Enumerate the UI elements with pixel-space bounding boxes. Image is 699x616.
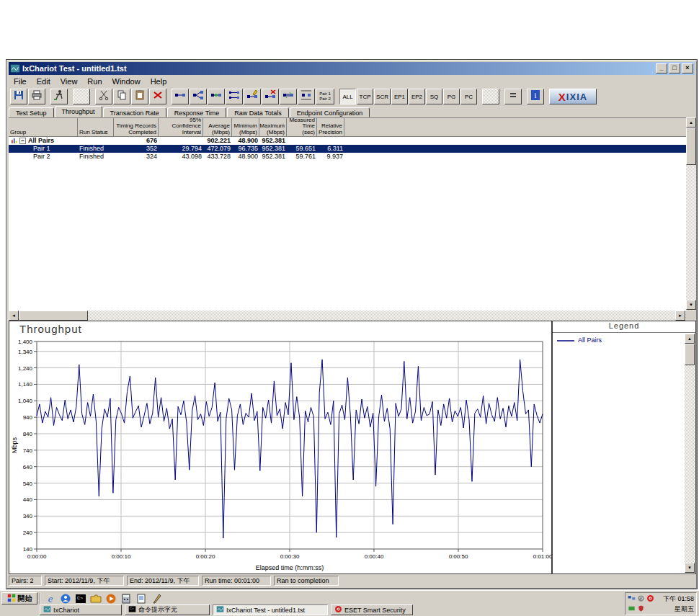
column-header-group[interactable]: Group	[9, 118, 78, 136]
quick-launch-messenger-icon[interactable]	[60, 593, 71, 604]
tray-lan-icon[interactable]	[628, 604, 636, 614]
delete-pair-button[interactable]	[262, 89, 279, 104]
table-horizontal-scrollbar[interactable]: ◄►	[9, 311, 686, 321]
add-hardware-pair-button[interactable]	[208, 89, 225, 104]
collapse-expander[interactable]: −	[19, 138, 26, 144]
red-x-icon	[152, 89, 164, 104]
table-row-pair-2[interactable]: Pair 2Finished32443.098433.72848.900952.…	[9, 153, 686, 161]
copy-button[interactable]	[113, 89, 130, 104]
pair-properties-button[interactable]	[298, 89, 315, 104]
scroll-right-button[interactable]: ►	[675, 311, 685, 321]
pair-list-button[interactable]: Pair 1Pair 2	[316, 89, 334, 104]
tab-test-setup[interactable]: Test Setup	[9, 107, 54, 117]
quick-launch-calculator-icon[interactable]	[120, 593, 132, 604]
legend-scroll-thumb[interactable]	[685, 344, 695, 365]
menu-run[interactable]: Run	[82, 76, 107, 86]
cell-minimum: 96.735	[232, 145, 259, 153]
column-header-average[interactable]: Average (Mbps)	[203, 118, 232, 136]
column-header-minimum[interactable]: Minimum (Mbps)	[232, 118, 259, 136]
restore-button[interactable]: □	[669, 63, 680, 73]
tray-eset-icon[interactable]	[646, 594, 654, 604]
task-button-1[interactable]: C:>命令提示字元	[125, 604, 210, 615]
close-button[interactable]: ×	[682, 63, 693, 73]
cell-minimum: 48.900	[232, 137, 259, 145]
cut-button[interactable]	[95, 89, 112, 104]
task-button-2[interactable]: IxChariot Test - untitled1.tst	[213, 604, 328, 615]
quick-launch-notes-icon[interactable]	[135, 593, 147, 604]
quick-launch-cmd-icon[interactable]: C:>	[75, 593, 86, 604]
tab-endpoint-configuration[interactable]: Endpoint Configuration	[290, 107, 370, 117]
add-pair-button[interactable]	[172, 89, 189, 104]
tray-network-icon[interactable]	[628, 594, 636, 604]
swap-endpoints-button[interactable]	[280, 89, 297, 104]
legend-item: All Pairs	[557, 336, 682, 344]
filter-scr-button[interactable]: SCR	[374, 89, 391, 104]
task-button-3[interactable]: ESET Smart Security	[331, 604, 413, 615]
add-multicast-group-button[interactable]	[190, 89, 207, 104]
tab-transaction-rate[interactable]: Transaction Rate	[103, 107, 166, 117]
arrange-windows-button[interactable]	[504, 89, 522, 104]
tab-response-time[interactable]: Response Time	[167, 107, 227, 117]
tab-bar: Test SetupThroughputTransaction RateResp…	[9, 106, 695, 117]
column-header-relative[interactable]: Relative Precision	[317, 118, 344, 136]
menu-window[interactable]: Window	[107, 76, 146, 86]
column-header-measured[interactable]: Measured Time (sec)	[287, 118, 317, 136]
svg-text:1,340: 1,340	[18, 349, 33, 355]
legend-scroll-down-button[interactable]: ▼	[685, 563, 695, 573]
scroll-up-button[interactable]: ▲	[686, 117, 696, 128]
edit-pair-button[interactable]	[244, 89, 261, 104]
table-row-pair-1[interactable]: Pair 1Finished35229.794472.07996.735952.…	[9, 145, 686, 153]
legend-scroll-up-button[interactable]: ▲	[685, 334, 695, 344]
pair-group-icon	[192, 89, 204, 104]
menu-file[interactable]: File	[9, 76, 32, 86]
menu-help[interactable]: Help	[146, 76, 172, 86]
legend-panel: Legend All Pairs ▲▼	[552, 321, 696, 574]
vertical-scroll-thumb[interactable]	[686, 128, 696, 165]
menu-view[interactable]: View	[55, 76, 83, 86]
results-table: GroupRun StatusTiming Records Completed9…	[9, 117, 686, 311]
print-button[interactable]	[28, 89, 45, 104]
quick-launch-ie-icon[interactable]: e	[45, 593, 56, 604]
replicate-pair-button[interactable]	[226, 89, 243, 104]
legend-title: Legend	[553, 321, 695, 333]
table-vertical-scrollbar[interactable]: ▲▼	[686, 117, 696, 311]
horizontal-scroll-thumb[interactable]	[19, 311, 88, 321]
quick-launch-pen-icon[interactable]	[151, 593, 162, 604]
delete-button[interactable]	[149, 89, 166, 104]
filter-tcp-button[interactable]: TCP	[357, 89, 373, 104]
filter-pc-button[interactable]: PC	[460, 89, 477, 104]
cell-run_status: Finished	[78, 145, 114, 153]
column-header-timing-records[interactable]: Timing Records Completed	[114, 118, 159, 136]
filter-ep1-button[interactable]: EP1	[391, 89, 408, 104]
filter-ep2-button[interactable]: EP2	[409, 89, 425, 104]
cell-precision: 9.937	[317, 153, 344, 161]
title-bar[interactable]: IxChariot Test - untitled1.tst _ □ ×	[9, 62, 695, 75]
column-header-run-status[interactable]: Run Status	[78, 118, 114, 136]
quick-launch-folder-icon[interactable]	[90, 593, 102, 604]
tab-raw-data-totals[interactable]: Raw Data Totals	[227, 107, 288, 117]
cell-measured_time: 59.761	[287, 153, 317, 161]
save-button[interactable]	[10, 89, 27, 104]
run-test-button[interactable]	[50, 89, 68, 104]
tab-throughput[interactable]: Throughput	[55, 106, 102, 117]
filter-pg-button[interactable]: PG	[443, 89, 460, 104]
column-header-95-confidence[interactable]: 95% Confidence Interval	[159, 118, 203, 136]
app-icon	[10, 63, 20, 73]
task-button-0[interactable]: IxChariot	[40, 604, 122, 615]
scroll-left-button[interactable]: ◄	[9, 311, 19, 321]
quick-launch-media-player-icon[interactable]	[105, 593, 117, 604]
tray-update-icon[interactable]	[637, 594, 645, 604]
filter-all-button[interactable]: ALL	[339, 89, 356, 104]
table-row-all-pairs[interactable]: −All Pairs676902.22148.900952.381	[9, 137, 686, 145]
minimize-button[interactable]: _	[656, 63, 667, 73]
about-button[interactable]: i	[527, 89, 544, 104]
menu-edit[interactable]: Edit	[32, 76, 55, 86]
tray-shield-icon[interactable]	[637, 604, 645, 614]
scroll-down-button[interactable]: ▼	[686, 300, 696, 310]
start-button[interactable]: 開始	[1, 592, 37, 604]
filter-sq-button[interactable]: SQ	[426, 89, 442, 104]
scissors-icon	[98, 89, 110, 104]
legend-scrollbar[interactable]: ▲▼	[685, 334, 695, 573]
column-header-maximum[interactable]: Maximum (Mbps)	[259, 118, 287, 136]
paste-button[interactable]	[131, 89, 148, 104]
